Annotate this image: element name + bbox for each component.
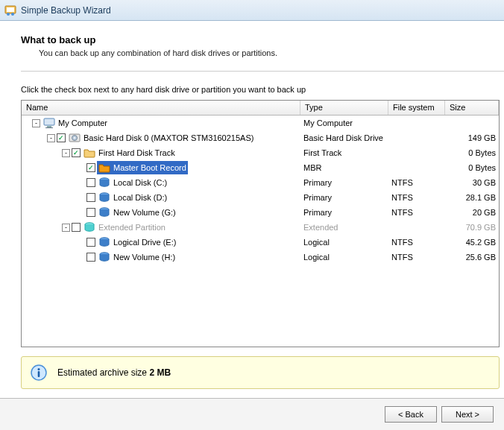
- window-title: Simple Backup Wizard: [21, 5, 111, 16]
- row-type: Primary: [300, 193, 388, 202]
- row-type: Logical: [300, 238, 388, 247]
- row-filesystem: NTFS: [388, 238, 445, 247]
- row-size: 30 GB: [445, 178, 499, 187]
- row-type: Basic Hard Disk Drive: [300, 133, 388, 142]
- estimate-prefix: Estimated archive size: [57, 367, 149, 378]
- row-checkbox[interactable]: [86, 163, 95, 172]
- svg-point-3: [11, 13, 14, 16]
- row-label: Basic Hard Disk 0 (MAXTOR STM3160215AS): [84, 133, 253, 142]
- svg-rect-6: [45, 127, 53, 128]
- row-label: New Volume (H:): [113, 253, 175, 262]
- drive-icon: [98, 251, 110, 263]
- row-checkbox[interactable]: [72, 223, 81, 232]
- row-size: 0 Bytes: [445, 148, 499, 157]
- info-icon: [31, 364, 47, 381]
- grid-header: Name Type File system Size: [22, 101, 499, 116]
- row-size: 28.1 GB: [445, 193, 499, 202]
- partition-tree-grid: Name Type File system Size -My ComputerM…: [21, 100, 500, 347]
- page-subhead: You can back up any combination of hard …: [39, 48, 504, 57]
- row-type: Primary: [300, 178, 388, 187]
- drive-icon: [98, 206, 110, 218]
- grid-body[interactable]: -My ComputerMy Computer-Basic Hard Disk …: [22, 116, 499, 347]
- drive-icon: [98, 177, 110, 189]
- row-label: Extended Partition: [98, 223, 166, 232]
- row-filesystem: NTFS: [388, 208, 445, 217]
- divider: [21, 71, 504, 72]
- row-checkbox[interactable]: [72, 148, 81, 157]
- back-button[interactable]: < Back: [385, 406, 437, 423]
- col-header-name[interactable]: Name: [22, 101, 300, 115]
- row-checkbox[interactable]: [86, 238, 95, 247]
- drive-icon: [98, 236, 110, 248]
- row-filesystem: NTFS: [388, 193, 445, 202]
- col-header-filesystem[interactable]: File system: [388, 101, 445, 115]
- wizard-footer: < Back Next >: [0, 398, 504, 430]
- estimate-text: Estimated archive size 2 MB: [57, 367, 171, 378]
- row-label: First Hard Disk Track: [98, 148, 175, 157]
- svg-rect-4: [44, 118, 54, 125]
- drive-icon: [98, 192, 110, 203]
- tree-row[interactable]: Logical Drive (E:)LogicalNTFS45.2 GB: [22, 235, 499, 250]
- row-checkbox[interactable]: [86, 208, 95, 217]
- estimate-bar: Estimated archive size 2 MB: [21, 356, 500, 389]
- row-checkbox[interactable]: [86, 253, 95, 262]
- tree-toggle[interactable]: -: [62, 149, 70, 157]
- tree-row[interactable]: -Basic Hard Disk 0 (MAXTOR STM3160215AS)…: [22, 130, 499, 145]
- row-checkbox[interactable]: [57, 133, 66, 142]
- col-header-type[interactable]: Type: [300, 101, 388, 115]
- next-button[interactable]: Next >: [441, 406, 494, 423]
- row-filesystem: NTFS: [388, 253, 445, 262]
- tree-toggle[interactable]: -: [62, 224, 70, 232]
- drive-cyan-icon: [84, 221, 95, 233]
- tree-row[interactable]: New Volume (G:)PrimaryNTFS20 GB: [22, 205, 499, 220]
- tree-row[interactable]: New Volume (H:)LogicalNTFS25.6 GB: [22, 250, 499, 265]
- tree-toggle[interactable]: -: [32, 119, 40, 127]
- svg-point-2: [7, 13, 10, 16]
- row-type: First Track: [300, 148, 388, 157]
- row-checkbox[interactable]: [86, 193, 95, 202]
- svg-rect-5: [47, 126, 51, 127]
- tree-row[interactable]: -Extended PartitionExtended70.9 GB: [22, 220, 499, 235]
- row-type: Logical: [300, 253, 388, 262]
- row-type: Primary: [300, 208, 388, 217]
- row-type: MBR: [300, 163, 388, 172]
- row-label: Master Boot Record: [113, 163, 186, 172]
- row-size: 0 Bytes: [445, 163, 499, 172]
- row-type: Extended: [300, 223, 388, 232]
- disk-icon: [69, 132, 81, 144]
- instruction-text: Click the check box next to any hard dis…: [21, 85, 504, 94]
- tree-toggle[interactable]: -: [47, 134, 55, 142]
- row-type: My Computer: [300, 118, 388, 127]
- row-label: Logical Drive (E:): [113, 238, 176, 247]
- row-size: 149 GB: [445, 133, 499, 142]
- svg-point-9: [74, 137, 75, 139]
- col-header-size[interactable]: Size: [445, 101, 499, 115]
- tree-row[interactable]: -My ComputerMy Computer: [22, 116, 499, 130]
- tree-row[interactable]: Local Disk (C:)PrimaryNTFS30 GB: [22, 175, 499, 190]
- page-headline: What to back up: [21, 34, 504, 45]
- row-size: 25.6 GB: [445, 253, 499, 262]
- svg-rect-18: [38, 371, 40, 377]
- row-size: 20 GB: [445, 208, 499, 217]
- row-label: New Volume (G:): [113, 208, 176, 217]
- row-label: Local Disk (C:): [113, 178, 167, 187]
- row-label: My Computer: [58, 118, 107, 127]
- row-label: Local Disk (D:): [113, 193, 167, 202]
- svg-point-17: [38, 368, 40, 370]
- row-checkbox[interactable]: [86, 178, 95, 187]
- tree-row[interactable]: -First Hard Disk TrackFirst Track0 Bytes: [22, 145, 499, 160]
- folder-orange-icon: [98, 162, 110, 174]
- row-filesystem: NTFS: [388, 178, 445, 187]
- tree-row[interactable]: Master Boot RecordMBR0 Bytes: [22, 160, 499, 175]
- tree-row[interactable]: Local Disk (D:)PrimaryNTFS28.1 GB: [22, 190, 499, 205]
- computer-icon: [43, 117, 55, 129]
- row-size: 45.2 GB: [445, 238, 499, 247]
- estimate-value: 2 MB: [149, 367, 171, 378]
- folder-icon: [84, 147, 95, 159]
- row-size: 70.9 GB: [445, 223, 499, 232]
- svg-rect-1: [7, 7, 14, 12]
- title-bar: Simple Backup Wizard: [0, 0, 504, 21]
- app-icon: [4, 4, 16, 16]
